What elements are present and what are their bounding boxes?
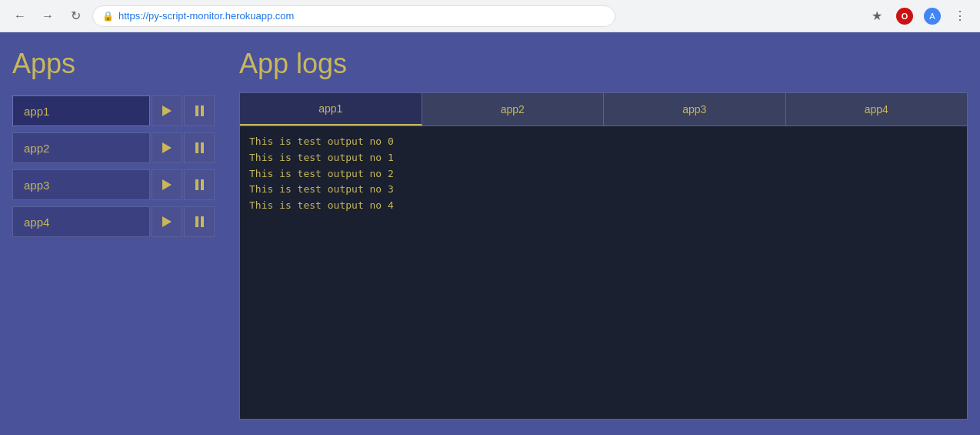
address-bar[interactable]: 🔒 https://py-script-monitor.herokuapp.co… bbox=[92, 5, 615, 27]
app-container: Apps app1 app2 bbox=[0, 32, 980, 435]
app-label-4[interactable]: app4 bbox=[12, 206, 150, 237]
app4-pause-button[interactable] bbox=[184, 206, 215, 237]
play-icon bbox=[162, 216, 172, 227]
pause-icon bbox=[195, 105, 204, 116]
pause-bar-left bbox=[195, 179, 198, 190]
pause-bar-left bbox=[195, 142, 198, 153]
app-item-4: app4 bbox=[12, 206, 215, 237]
lock-icon: 🔒 bbox=[102, 11, 114, 22]
log-line-3: This is test output no 3 bbox=[249, 182, 958, 198]
play-icon bbox=[162, 142, 172, 153]
pause-icon bbox=[195, 216, 204, 227]
logs-tabs: app1 app2 app3 app4 bbox=[240, 93, 967, 126]
app-item-2: app2 bbox=[12, 132, 215, 163]
app-label-1[interactable]: app1 bbox=[12, 95, 150, 126]
tab-app3[interactable]: app3 bbox=[604, 93, 786, 125]
logs-content: This is test output no 0 This is test ou… bbox=[240, 126, 967, 419]
opera-icon: O bbox=[896, 8, 913, 25]
play-icon bbox=[162, 179, 172, 190]
app1-play-button[interactable] bbox=[152, 95, 182, 126]
log-line-1: This is test output no 1 bbox=[249, 150, 958, 166]
log-line-2: This is test output no 2 bbox=[249, 166, 958, 182]
sidebar: Apps app1 app2 bbox=[0, 32, 227, 435]
browser-chrome: ← → ↻ 🔒 https://py-script-monitor.heroku… bbox=[0, 0, 980, 32]
pause-bar-right bbox=[201, 216, 204, 227]
app4-play-button[interactable] bbox=[152, 206, 182, 237]
logs-panel: app1 app2 app3 app4 This is test output … bbox=[239, 92, 968, 420]
avatar-icon: A bbox=[924, 8, 941, 25]
app-item-3: app3 bbox=[12, 169, 215, 200]
main-title: App logs bbox=[239, 48, 968, 80]
pause-bar-right bbox=[201, 105, 204, 116]
log-line-4: This is test output no 4 bbox=[249, 198, 958, 214]
log-line-0: This is test output no 0 bbox=[249, 134, 958, 150]
app3-play-button[interactable] bbox=[152, 169, 182, 200]
tab-app4[interactable]: app4 bbox=[786, 93, 968, 125]
sidebar-title: Apps bbox=[12, 48, 215, 80]
pause-bar-left bbox=[195, 216, 198, 227]
forward-button[interactable]: → bbox=[37, 5, 58, 27]
profile-button[interactable]: A bbox=[922, 5, 943, 27]
pause-bar-right bbox=[201, 142, 204, 153]
app3-pause-button[interactable] bbox=[184, 169, 215, 200]
bookmark-button[interactable]: ★ bbox=[866, 5, 888, 27]
app2-pause-button[interactable] bbox=[184, 132, 215, 163]
menu-button[interactable]: ⋮ bbox=[949, 5, 971, 27]
pause-icon bbox=[195, 179, 204, 190]
back-button[interactable]: ← bbox=[9, 5, 31, 27]
opera-button[interactable]: O bbox=[894, 5, 915, 27]
app2-play-button[interactable] bbox=[152, 132, 182, 163]
reload-button[interactable]: ↻ bbox=[65, 5, 86, 27]
play-icon bbox=[162, 105, 172, 116]
tab-app2[interactable]: app2 bbox=[422, 93, 605, 125]
main-content: App logs app1 app2 app3 app4 This is t bbox=[227, 32, 980, 435]
app1-pause-button[interactable] bbox=[184, 95, 215, 126]
pause-icon bbox=[195, 142, 204, 153]
app-label-2[interactable]: app2 bbox=[12, 132, 150, 163]
tab-app1[interactable]: app1 bbox=[240, 93, 422, 125]
app-label-3[interactable]: app3 bbox=[12, 169, 150, 200]
pause-bar-left bbox=[195, 105, 198, 116]
pause-bar-right bbox=[201, 179, 204, 190]
app-item-1: app1 bbox=[12, 95, 215, 126]
url-text: https://py-script-monitor.herokuapp.com bbox=[118, 10, 294, 22]
browser-actions: ★ O A ⋮ bbox=[866, 5, 971, 27]
